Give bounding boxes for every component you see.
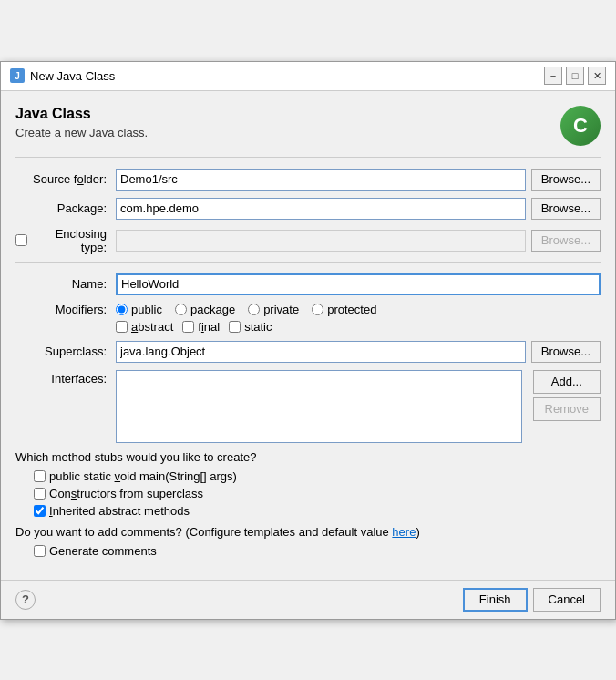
comments-title: Do you want to add comments? (Configure … [15,525,601,539]
separator [15,157,601,158]
modifier-private-label[interactable]: private [248,303,299,316]
abstract-label-text: abstract [131,320,173,334]
modifiers-label: Modifiers: [15,303,116,316]
name-input[interactable] [116,273,601,295]
stubs-section: Which method stubs would you like to cre… [15,450,601,518]
dialog-window: J New Java Class − □ ✕ Java Class Create… [0,61,616,620]
interfaces-listbox[interactable] [116,370,522,443]
modifier-package-text: package [190,303,235,316]
stub-main-label[interactable]: public static void main(String[] args) [34,469,601,483]
maximize-button[interactable]: □ [566,67,584,85]
dialog-header: Java Class Create a new Java class. C [15,106,601,146]
modifier-protected-label[interactable]: protected [312,303,376,316]
static-checkbox[interactable] [229,321,241,333]
superclass-row: Superclass: Browse... [15,341,601,363]
static-label-text: static [244,320,272,334]
modifier-private-radio[interactable] [248,304,260,315]
modifier-package-radio[interactable] [175,304,187,315]
enclosing-type-browse-button[interactable]: Browse... [531,230,601,252]
stub-inherited-label[interactable]: Inherited abstract methods [34,504,601,518]
final-label-text: final [198,320,220,334]
comments-title-end: ) [416,525,419,539]
modifier-public-radio[interactable] [116,304,128,315]
finish-button[interactable]: Finish [463,588,528,612]
comments-section: Do you want to add comments? (Configure … [15,525,601,558]
dialog-subtitle: Create a new Java class. [15,126,148,139]
stub-constructors-checkbox[interactable] [34,488,46,500]
interfaces-row: Interfaces: Add... Remove [15,370,601,443]
modifier-protected-radio[interactable] [312,304,323,315]
source-folder-browse-button[interactable]: Browse... [531,169,601,191]
package-input[interactable] [116,198,526,220]
abstract-checkbox[interactable] [116,321,128,333]
cancel-button[interactable]: Cancel [533,588,601,612]
enclosing-type-row: Enclosing type: Browse... [15,227,601,254]
package-row: Package: Browse... [15,198,601,220]
app-icon: J [10,68,25,83]
modifiers-section: Modifiers: public package private [15,303,601,334]
help-button[interactable]: ? [15,590,36,610]
stubs-options: public static void main(String[] args) C… [15,469,601,518]
name-row: Name: [15,273,601,295]
interfaces-remove-button[interactable]: Remove [533,397,601,421]
enclosing-type-label-text: Enclosing type: [31,227,107,254]
window-controls: − □ ✕ [544,67,606,85]
stub-main-text: public static void main(String[] args) [49,469,237,483]
name-label: Name: [15,277,116,291]
stub-inherited-checkbox[interactable] [34,505,46,517]
final-checkbox[interactable] [182,321,194,333]
source-folder-row: Source folder: Browse... [15,169,601,191]
modifier-public-text: public [131,303,162,316]
modifier-protected-text: protected [327,303,376,316]
comments-options: Generate comments [15,544,601,558]
modifiers-radio-group: public package private protected [116,303,376,316]
close-button[interactable]: ✕ [588,67,606,85]
separator2 [15,262,601,263]
package-label: Package: [15,201,116,215]
interfaces-label: Interfaces: [15,370,116,386]
enclosing-type-input[interactable] [116,230,526,252]
generate-comments-checkbox[interactable] [34,545,46,557]
generate-comments-text: Generate comments [49,544,157,558]
stub-constructors-text: Constructors from superclass [49,487,203,500]
enclosing-type-checkbox[interactable] [15,234,27,246]
package-browse-button[interactable]: Browse... [531,198,601,220]
comments-title-start: Do you want to add comments? (Configure … [15,525,392,539]
generate-comments-label[interactable]: Generate comments [34,544,601,558]
superclass-label: Superclass: [15,345,116,358]
stub-main-checkbox[interactable] [34,470,46,482]
static-checkbox-label[interactable]: static [229,320,272,334]
minimize-button[interactable]: − [544,67,562,85]
source-folder-label: Source folder: [15,172,116,186]
interfaces-buttons: Add... Remove [528,370,601,421]
bottom-bar: ? Finish Cancel [1,580,615,619]
source-folder-input[interactable] [116,169,526,191]
modifier-private-text: private [263,303,299,316]
comments-here-link[interactable]: here [392,525,416,539]
dialog-title: Java Class [15,106,148,122]
modifier-public-label[interactable]: public [116,303,162,316]
superclass-browse-button[interactable]: Browse... [531,341,601,363]
enclosing-type-checkbox-label[interactable]: Enclosing type: [15,227,107,254]
interfaces-add-button[interactable]: Add... [533,370,601,394]
abstract-checkbox-label[interactable]: abstract [116,320,173,334]
stub-constructors-label[interactable]: Constructors from superclass [34,487,601,500]
modifiers-extra-row: abstract final static [15,320,601,334]
window-title: New Java Class [30,69,115,83]
superclass-input[interactable] [116,341,526,363]
title-bar: J New Java Class − □ ✕ [1,62,615,91]
final-checkbox-label[interactable]: final [182,320,220,334]
dialog-logo: C [560,106,601,146]
modifier-package-label[interactable]: package [175,303,235,316]
stubs-title: Which method stubs would you like to cre… [15,450,601,464]
stub-inherited-text: Inherited abstract methods [49,504,190,518]
